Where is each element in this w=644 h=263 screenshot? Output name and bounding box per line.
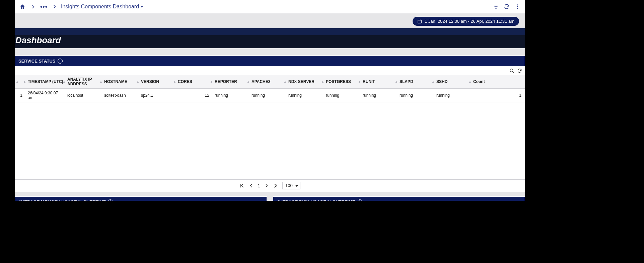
- col-ndx[interactable]: ▲NDX SERVER: [286, 75, 324, 89]
- info-icon[interactable]: i: [58, 59, 63, 64]
- breadcrumb-title-text: Insights Components Dashboard: [61, 4, 139, 10]
- chevron-right-icon: [29, 2, 38, 11]
- page-size-select[interactable]: 100: [282, 182, 300, 189]
- col-postgress[interactable]: ▲POSTGRESS: [324, 75, 361, 89]
- pagination: 1 100: [15, 179, 525, 191]
- col-sshd[interactable]: ▲SSHD: [434, 75, 471, 89]
- svg-point-1: [517, 6, 518, 7]
- table-row[interactable]: 1 26/04/24 9:30:07 am localhost soltest-…: [15, 89, 525, 102]
- cell-postgress: running: [324, 89, 361, 102]
- dashboard-title: Dashboard: [15, 35, 61, 46]
- cell-ip: localhost: [65, 89, 102, 102]
- table-refresh-icon[interactable]: [517, 68, 522, 73]
- cell-cores: 12: [176, 89, 213, 102]
- service-status-title: SERVICE STATUS: [18, 59, 56, 64]
- more-vert-icon[interactable]: [513, 2, 522, 11]
- ellipsis-icon[interactable]: •••: [40, 2, 48, 11]
- dashboard-title-bar: Dashboard: [15, 28, 525, 48]
- cell-idx: 1: [15, 89, 26, 102]
- svg-point-4: [510, 69, 513, 72]
- cell-runit: running: [361, 89, 398, 102]
- chevron-right-icon: [50, 2, 59, 11]
- col-count[interactable]: ▲Count: [471, 75, 525, 89]
- memory-usage-title: AVERAGE MEMORY USAGE % OVERTIME: [18, 199, 106, 201]
- col-reporter[interactable]: ▲REPORTER: [213, 75, 249, 89]
- cell-apache2: running: [249, 89, 286, 102]
- col-version[interactable]: ▲VERSION: [139, 75, 176, 89]
- svg-point-2: [517, 8, 518, 9]
- search-icon[interactable]: [509, 68, 514, 73]
- content-region: 1 Jan, 2024 12:00 am - 26 Apr, 2024 11:3…: [15, 13, 525, 201]
- dropdown-caret-icon: ▾: [141, 5, 143, 9]
- page-size-value: 100: [285, 183, 293, 188]
- service-status-panel: SERVICE STATUS i: [15, 56, 525, 192]
- cell-timestamp: 26/04/24 9:30:07 am: [26, 89, 65, 102]
- service-status-table: ▲ ▲TIMESTAMP (UTC) ▲ANALYTIX IP ADDRESS …: [15, 75, 525, 102]
- page-prev-icon[interactable]: [249, 183, 254, 188]
- table-toolbar: [15, 66, 525, 75]
- date-range-picker[interactable]: 1 Jan, 2024 12:00 am - 26 Apr, 2024 11:3…: [413, 17, 519, 26]
- col-ip[interactable]: ▲ANALYTIX IP ADDRESS: [65, 75, 102, 89]
- app-frame: ••• Insights Components Dashboard ▾ 1 Ja…: [15, 0, 525, 201]
- table-empty-area: [15, 102, 525, 179]
- memory-usage-header: AVERAGE MEMORY USAGE % OVERTIME i: [15, 197, 267, 201]
- calendar-icon: [417, 19, 422, 24]
- page-number: 1: [258, 183, 260, 188]
- svg-point-0: [517, 4, 518, 5]
- disk-usage-header: AVERAGE DISK USAGE % OVERTIME i: [273, 197, 525, 201]
- col-cores[interactable]: ▲CORES: [176, 75, 213, 89]
- page-last-icon[interactable]: [273, 183, 278, 188]
- cell-ndx: running: [286, 89, 324, 102]
- col-hostname[interactable]: ▲HOSTNAME: [102, 75, 139, 89]
- home-icon[interactable]: [18, 2, 27, 11]
- cell-slapd: running: [398, 89, 434, 102]
- breadcrumb-title[interactable]: Insights Components Dashboard ▾: [61, 4, 143, 10]
- cell-version: sp24.1: [139, 89, 176, 102]
- breadcrumb-bar: ••• Insights Components Dashboard ▾: [15, 0, 525, 13]
- disk-usage-title: AVERAGE DISK USAGE % OVERTIME: [277, 199, 355, 201]
- bottom-panel-row: AVERAGE MEMORY USAGE % OVERTIME i AVERAG…: [15, 196, 525, 201]
- col-runit[interactable]: ▲RUNIT: [361, 75, 398, 89]
- refresh-icon[interactable]: [502, 2, 511, 11]
- table-header-row: ▲ ▲TIMESTAMP (UTC) ▲ANALYTIX IP ADDRESS …: [15, 75, 525, 89]
- filter-icon[interactable]: [492, 2, 500, 11]
- cell-hostname: soltest-dash: [102, 89, 139, 102]
- info-icon[interactable]: i: [357, 199, 362, 201]
- disk-usage-panel: AVERAGE DISK USAGE % OVERTIME i: [273, 196, 525, 201]
- col-apache2[interactable]: ▲APACHE2: [249, 75, 286, 89]
- cell-reporter: running: [213, 89, 249, 102]
- col-timestamp[interactable]: ▲TIMESTAMP (UTC): [26, 75, 65, 89]
- cell-count: 1: [471, 89, 525, 102]
- memory-usage-panel: AVERAGE MEMORY USAGE % OVERTIME i: [15, 196, 267, 201]
- page-first-icon[interactable]: [239, 183, 245, 188]
- info-icon[interactable]: i: [108, 199, 113, 201]
- svg-rect-3: [418, 20, 422, 23]
- col-slapd[interactable]: ▲SLAPD: [398, 75, 434, 89]
- date-range-text: 1 Jan, 2024 12:00 am - 26 Apr, 2024 11:3…: [425, 19, 514, 24]
- page-next-icon[interactable]: [264, 183, 269, 188]
- cell-sshd: running: [434, 89, 471, 102]
- service-status-header: SERVICE STATUS i: [15, 56, 525, 66]
